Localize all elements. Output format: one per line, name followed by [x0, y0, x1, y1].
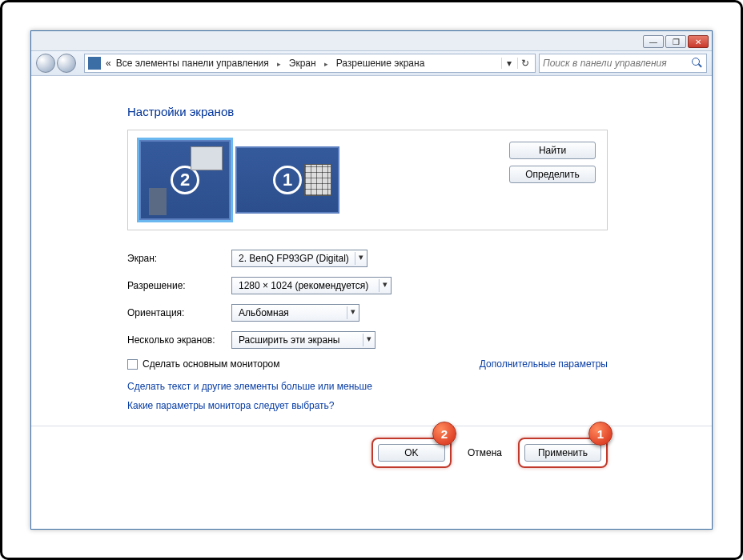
cancel-button[interactable]: Отмена — [463, 444, 507, 462]
monitor-2[interactable]: 2 — [139, 140, 231, 220]
resolution-dropdown[interactable]: 1280 × 1024 (рекомендуется) — [231, 277, 392, 294]
screen-value: 2. BenQ FP93GP (Digital) — [239, 253, 349, 264]
breadcrumb-sep-icon — [321, 58, 331, 69]
address-history-dropdown[interactable]: ▾ — [501, 58, 516, 69]
dialog-buttons: 2 OK Отмена 1 Применить — [127, 438, 608, 468]
scale-text-link[interactable]: Сделать текст и другие элементы больше и… — [127, 381, 672, 392]
address-bar[interactable]: « Все элементы панели управления Экран Р… — [84, 54, 536, 73]
find-button[interactable]: Найти — [509, 142, 596, 159]
callout-frame-ok: 2 OK — [372, 438, 452, 468]
monitor-number: 1 — [273, 166, 302, 194]
minimize-button[interactable]: — — [643, 35, 664, 48]
search-icon — [692, 58, 703, 69]
orientation-value: Альбомная — [239, 307, 289, 318]
page-title: Настройки экранов — [127, 105, 672, 118]
make-main-label: Сделать основным монитором — [143, 358, 280, 370]
navbar: « Все элементы панели управления Экран Р… — [31, 50, 712, 76]
callout-frame-apply: 1 Применить — [518, 438, 608, 468]
identify-button[interactable]: Определить — [509, 166, 596, 183]
orientation-label: Ориентация: — [127, 307, 231, 318]
screen-dropdown[interactable]: 2. BenQ FP93GP (Digital) — [231, 250, 367, 267]
breadcrumb-item[interactable]: Разрешение экрана — [336, 58, 425, 69]
monitor-arrangement[interactable]: 2 1 Найти Определить — [127, 130, 608, 230]
callout-badge: 1 — [588, 422, 612, 446]
callout-badge: 2 — [432, 422, 456, 446]
resolution-value: 1280 × 1024 (рекомендуется) — [239, 280, 368, 291]
close-button[interactable]: ✕ — [688, 35, 709, 48]
maximize-button[interactable]: ❐ — [665, 35, 686, 48]
apply-button[interactable]: Применить — [524, 444, 601, 462]
nav-forward-button[interactable] — [57, 54, 76, 73]
breadcrumb-sep-icon — [274, 58, 284, 69]
content-area: Настройки экранов 2 1 Найти Определить Э… — [31, 76, 712, 529]
titlebar: — ❐ ✕ — [31, 31, 712, 50]
search-input[interactable] — [543, 58, 692, 69]
taskbar-icon — [149, 188, 167, 215]
advanced-settings-link[interactable]: Дополнительные параметры — [480, 358, 608, 370]
breadcrumb-prefix: « — [106, 58, 111, 69]
make-main-checkbox[interactable] — [127, 359, 138, 370]
orientation-dropdown[interactable]: Альбомная — [231, 304, 359, 322]
multi-value: Расширить эти экраны — [239, 334, 339, 346]
nav-back-button[interactable] — [36, 54, 55, 73]
ok-button[interactable]: OK — [378, 444, 445, 462]
control-panel-icon — [88, 57, 101, 70]
window: — ❐ ✕ « Все элементы панели управления Э… — [30, 30, 713, 530]
multi-label: Несколько экранов: — [127, 334, 231, 346]
screen-label: Экран: — [127, 253, 231, 264]
keypad-icon — [304, 164, 331, 196]
resolution-label: Разрешение: — [127, 280, 231, 291]
refresh-button[interactable]: ↻ — [517, 58, 532, 69]
which-settings-link[interactable]: Какие параметры монитора следует выбрать… — [127, 400, 672, 411]
search-box[interactable] — [539, 54, 707, 73]
monitor-1[interactable]: 1 — [235, 146, 339, 214]
multiple-displays-dropdown[interactable]: Расширить эти экраны — [231, 331, 376, 349]
breadcrumb-item[interactable]: Все элементы панели управления — [116, 58, 269, 69]
window-icon — [191, 146, 223, 170]
breadcrumb-item[interactable]: Экран — [289, 58, 316, 69]
